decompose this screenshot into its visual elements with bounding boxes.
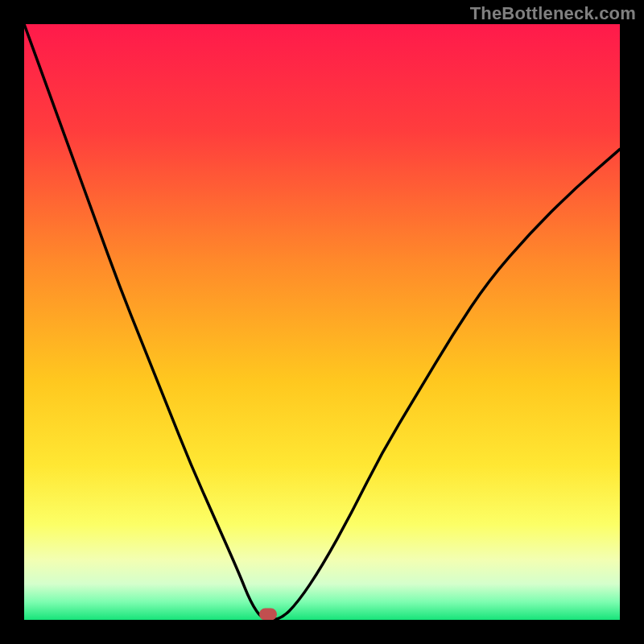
optimal-point-marker [259, 608, 277, 620]
curve-line [24, 24, 620, 620]
plot-area [24, 24, 620, 620]
chart-frame: TheBottleneck.com [0, 0, 644, 644]
watermark-text: TheBottleneck.com [470, 3, 636, 24]
